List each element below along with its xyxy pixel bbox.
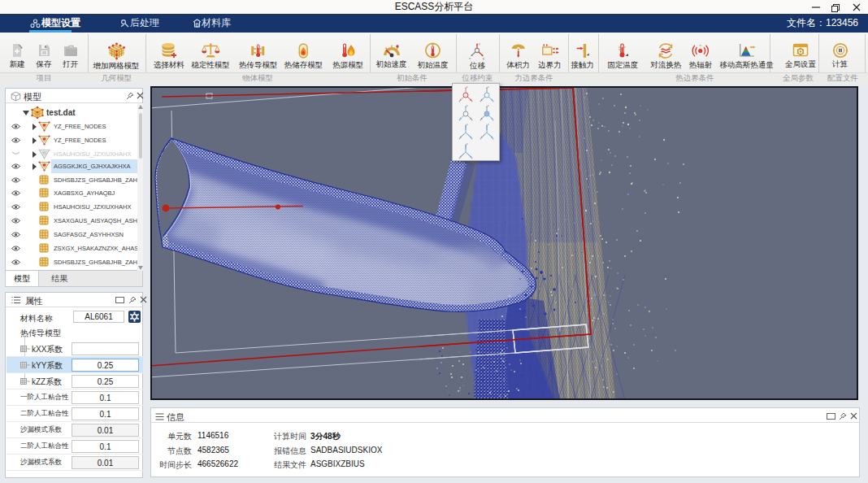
svg-text:y: y (483, 56, 484, 60)
svg-text:x: x (469, 56, 471, 60)
svg-text:Y: Y (479, 42, 481, 46)
